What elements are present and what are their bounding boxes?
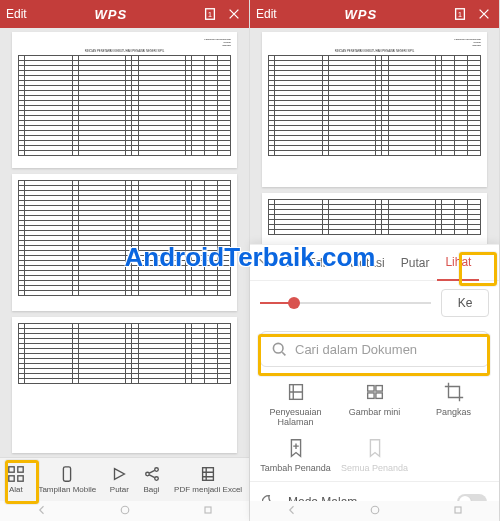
btn-gambar-mini[interactable]: Gambar mini <box>335 381 414 427</box>
view-tools-grid: Penyesuaian Halaman Gambar mini Pangkas … <box>250 377 499 481</box>
pdf-page <box>12 317 237 453</box>
edit-button[interactable]: Edit <box>256 7 277 21</box>
pdf-page: Lampiran PengumumanNomorTanggal RINCIAN … <box>262 32 487 187</box>
svg-rect-6 <box>64 467 71 481</box>
pdf-page: Lampiran PengumumanNomorTanggal RINCIAN … <box>12 32 237 168</box>
tab-putar[interactable]: Putar <box>393 256 438 270</box>
tab-s[interactable]: s <box>278 256 300 270</box>
tool-alat[interactable]: Alat <box>7 465 25 494</box>
bottom-sheet: s Edit Anotasi Putar Lihat Ke Cari dalam… <box>250 244 499 521</box>
tab-anotasi[interactable]: Anotasi <box>337 256 393 270</box>
svg-rect-11 <box>203 468 214 481</box>
svg-rect-5 <box>18 476 23 481</box>
recents-icon[interactable] <box>452 502 464 520</box>
page-indicator-icon[interactable]: 1 <box>451 5 469 23</box>
svg-point-9 <box>154 468 158 472</box>
svg-text:1: 1 <box>208 11 212 18</box>
android-nav-bar <box>0 501 249 521</box>
svg-rect-23 <box>455 507 461 513</box>
svg-rect-4 <box>9 476 14 481</box>
sheet-tabs: s Edit Anotasi Putar Lihat <box>250 245 499 281</box>
tool-putar[interactable]: Putar <box>110 465 129 494</box>
app-header: Edit WPS 1 <box>0 0 249 28</box>
right-screen: Edit WPS 1 Lampiran PengumumanNomorTangg… <box>250 0 500 521</box>
ke-button[interactable]: Ke <box>441 289 489 317</box>
svg-rect-21 <box>375 393 381 399</box>
collapse-icon[interactable] <box>250 254 278 271</box>
tool-excel[interactable]: PDF menjadi Excel <box>174 465 242 494</box>
svg-point-22 <box>371 506 379 514</box>
tab-lihat[interactable]: Lihat <box>437 245 479 281</box>
brightness-row: Ke <box>250 281 499 325</box>
tool-label: Alat <box>9 485 23 494</box>
android-nav-bar <box>250 501 499 521</box>
tool-label: Tampilan Mobile <box>38 485 96 494</box>
svg-rect-20 <box>367 393 373 399</box>
svg-rect-13 <box>205 507 211 513</box>
svg-marker-7 <box>115 469 125 480</box>
btn-penyesuaian[interactable]: Penyesuaian Halaman <box>256 381 335 427</box>
svg-rect-19 <box>375 386 381 392</box>
grid-empty <box>414 437 493 473</box>
edit-button[interactable]: Edit <box>6 7 27 21</box>
close-icon[interactable] <box>225 5 243 23</box>
left-screen: Edit WPS 1 Lampiran PengumumanNomorTangg… <box>0 0 250 521</box>
svg-point-10 <box>154 477 158 481</box>
search-in-document[interactable]: Cari dalam Dokumen <box>260 331 489 367</box>
svg-rect-2 <box>9 467 14 472</box>
app-header: Edit WPS 1 <box>250 0 499 28</box>
search-placeholder: Cari dalam Dokumen <box>295 342 417 357</box>
page-indicator-icon[interactable]: 1 <box>201 5 219 23</box>
pdf-page <box>12 174 237 310</box>
brightness-slider[interactable] <box>260 302 431 304</box>
btn-tambah-penanda[interactable]: Tambah Penanda <box>256 437 335 473</box>
tab-edit[interactable]: Edit <box>300 256 337 270</box>
search-icon <box>271 341 287 357</box>
tool-label: PDF menjadi Excel <box>174 485 242 494</box>
pdf-page <box>262 193 487 251</box>
btn-semua-penanda: Semua Penanda <box>335 437 414 473</box>
tool-bagi[interactable]: Bagi <box>143 465 161 494</box>
close-icon[interactable] <box>475 5 493 23</box>
document-viewport[interactable]: Lampiran PengumumanNomorTanggal RINCIAN … <box>0 28 249 457</box>
wps-logo: WPS <box>277 7 445 22</box>
svg-rect-3 <box>18 467 23 472</box>
recents-icon[interactable] <box>202 502 214 520</box>
tool-tampilan[interactable]: Tampilan Mobile <box>38 465 96 494</box>
back-icon[interactable] <box>36 502 48 520</box>
svg-point-16 <box>273 343 283 353</box>
svg-point-12 <box>121 506 129 514</box>
tool-label: Putar <box>110 485 129 494</box>
svg-rect-18 <box>367 386 373 392</box>
svg-point-8 <box>145 472 149 476</box>
home-icon[interactable] <box>369 502 381 520</box>
svg-text:1: 1 <box>458 11 462 18</box>
home-icon[interactable] <box>119 502 131 520</box>
back-icon[interactable] <box>286 502 298 520</box>
bottom-toolbar: Alat Tampilan Mobile Putar Bagi PDF menj… <box>0 457 249 501</box>
btn-pangkas[interactable]: Pangkas <box>414 381 493 427</box>
tool-label: Bagi <box>144 485 160 494</box>
wps-logo: WPS <box>27 7 195 22</box>
